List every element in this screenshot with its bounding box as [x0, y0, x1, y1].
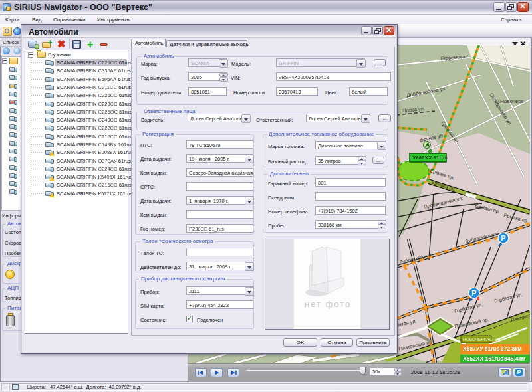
svg-text:845,4км: 845,4км: [504, 355, 525, 362]
svg-text:Х652ХХ 161rus: Х652ХХ 161rus: [463, 355, 503, 362]
svg-text:P: P: [501, 234, 505, 242]
svg-text:НОВОЧЕРКАС: НОВОЧЕРКАС: [463, 337, 493, 342]
svg-text:372,8км: 372,8км: [501, 345, 522, 352]
svg-text:Х687УУ 61rus: Х687УУ 61rus: [463, 345, 500, 352]
svg-text:P: P: [471, 289, 476, 297]
svg-text:Новочерк: Новочерк: [500, 98, 524, 104]
svg-text:Х682ХХ 61rus: Х682ХХ 61rus: [412, 155, 448, 161]
